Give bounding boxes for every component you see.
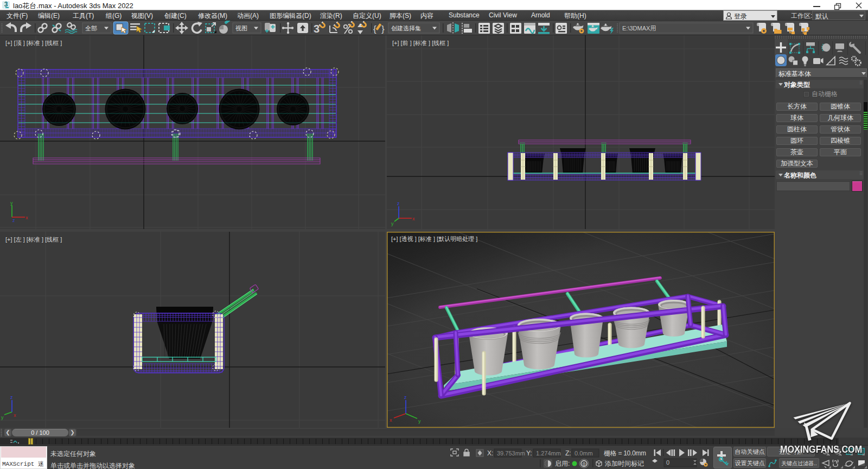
svg-text:0.0mm: 0.0mm bbox=[575, 450, 593, 457]
svg-text:Z:: Z: bbox=[565, 449, 571, 457]
svg-text:添加时间标记: 添加时间标记 bbox=[605, 460, 644, 467]
svg-text:E:\3DMAX用: E:\3DMAX用 bbox=[622, 25, 656, 31]
svg-text:z: z bbox=[397, 201, 400, 206]
svg-text:z: z bbox=[12, 218, 15, 223]
svg-text:y: y bbox=[1, 415, 4, 420]
svg-text:x: x bbox=[390, 417, 392, 423]
svg-text:z: z bbox=[10, 395, 13, 400]
svg-text:视图: 视图 bbox=[235, 25, 247, 31]
svg-text:Y:: Y: bbox=[526, 449, 532, 457]
svg-text:[+] [前 ] [标准 ] [线框 ]: [+] [前 ] [标准 ] [线框 ] bbox=[392, 40, 449, 46]
svg-text:X:: X: bbox=[487, 449, 493, 457]
svg-text:0: 0 bbox=[666, 459, 669, 466]
svg-text:x: x bbox=[25, 215, 28, 220]
svg-text:创建选择集: 创建选择集 bbox=[391, 25, 421, 31]
svg-text:y: y bbox=[10, 200, 13, 206]
svg-text:全部: 全部 bbox=[85, 25, 97, 31]
svg-text:}: } bbox=[381, 24, 385, 34]
svg-text:0: 0 bbox=[583, 461, 585, 467]
svg-text:[+] [顶 ] [标准 ] [线框 ]: [+] [顶 ] [标准 ] [线框 ] bbox=[5, 40, 62, 46]
svg-text:z: z bbox=[404, 395, 407, 400]
svg-text:1.274mm: 1.274mm bbox=[536, 450, 561, 457]
svg-text:启用:: 启用: bbox=[555, 460, 570, 467]
svg-text:3: 3 bbox=[314, 23, 320, 35]
svg-text:[+] [左 ] [标准 ] [线框 ]: [+] [左 ] [标准 ] [线框 ] bbox=[5, 236, 62, 243]
svg-text:x: x bbox=[14, 413, 16, 418]
svg-text:y: y bbox=[391, 221, 394, 226]
svg-text:39.753mm: 39.753mm bbox=[497, 450, 525, 457]
svg-text:[+] [透视 ] [标准 ] [默认明暗处理 ]: [+] [透视 ] [标准 ] [默认明暗处理 ] bbox=[391, 236, 477, 242]
svg-text:y: y bbox=[418, 419, 421, 424]
svg-text:x: x bbox=[412, 216, 415, 221]
